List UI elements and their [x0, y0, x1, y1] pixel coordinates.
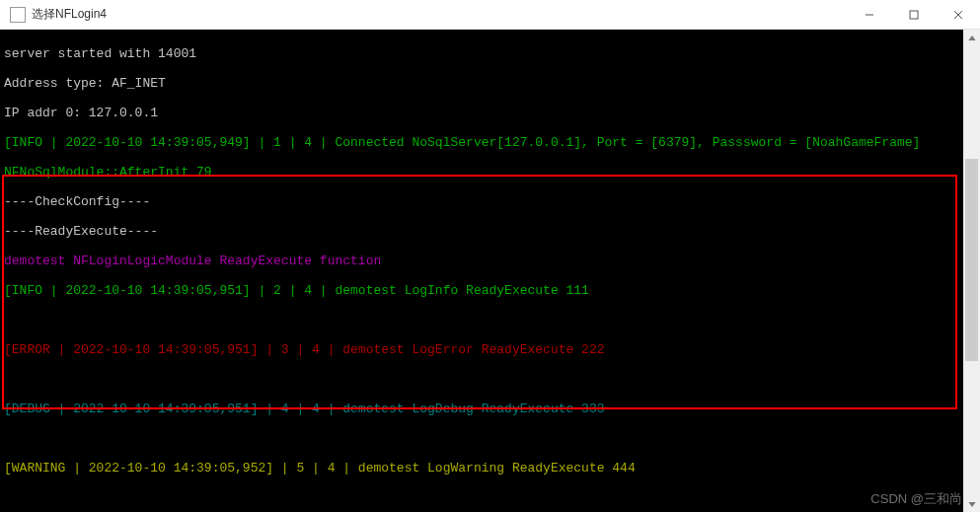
close-button[interactable]	[936, 0, 980, 30]
log-line-error: [ERROR | 2022-10-10 14:39:05,951] | 3 | …	[4, 342, 976, 357]
log-blank	[4, 490, 976, 505]
scroll-down-button[interactable]	[963, 495, 980, 512]
vertical-scrollbar[interactable]	[963, 30, 980, 512]
scrollbar-thumb[interactable]	[965, 159, 978, 361]
chevron-down-icon	[968, 501, 976, 507]
log-line-info: [INFO | 2022-10-10 14:39:05,951] | 2 | 4…	[4, 283, 976, 298]
scroll-up-button[interactable]	[963, 30, 980, 46]
log-line: Address type: AF_INET	[4, 76, 976, 91]
minimize-icon	[865, 10, 874, 20]
log-blank	[4, 372, 976, 387]
maximize-icon	[909, 10, 919, 20]
window-controls	[847, 0, 980, 30]
log-line: demotest NFLoginLogicModule ReadyExecute…	[4, 254, 976, 268]
log-blank	[4, 313, 976, 328]
close-icon	[953, 10, 963, 20]
log-line-warning: [WARNING | 2022-10-10 14:39:05,952] | 5 …	[4, 461, 976, 475]
log-line-info: NFNoSqlModule::AfterInit 79	[4, 165, 976, 180]
log-line: ----CheckConfig----	[4, 194, 976, 209]
app-icon	[10, 7, 26, 23]
minimize-button[interactable]	[847, 0, 891, 30]
console-window: 选择NFLogin4 server started with 14001 Add…	[0, 0, 980, 512]
svg-rect-1	[910, 11, 918, 19]
log-line-debug: [DEBUG | 2022-10-10 14:39:05,951] | 4 | …	[4, 402, 976, 416]
window-title: 选择NFLogin4	[32, 6, 847, 23]
titlebar[interactable]: 选择NFLogin4	[0, 0, 980, 30]
log-line-info: [INFO | 2022-10-10 14:39:05,949] | 1 | 4…	[4, 135, 976, 150]
log-blank	[4, 431, 976, 446]
log-line: ----ReadyExecute----	[4, 224, 976, 239]
chevron-up-icon	[968, 36, 976, 41]
console-output[interactable]: server started with 14001 Address type: …	[0, 30, 980, 512]
maximize-button[interactable]	[891, 0, 936, 30]
log-line: server started with 14001	[4, 46, 976, 61]
scrollbar-track[interactable]	[963, 46, 980, 495]
log-line: IP addr 0: 127.0.0.1	[4, 106, 976, 120]
